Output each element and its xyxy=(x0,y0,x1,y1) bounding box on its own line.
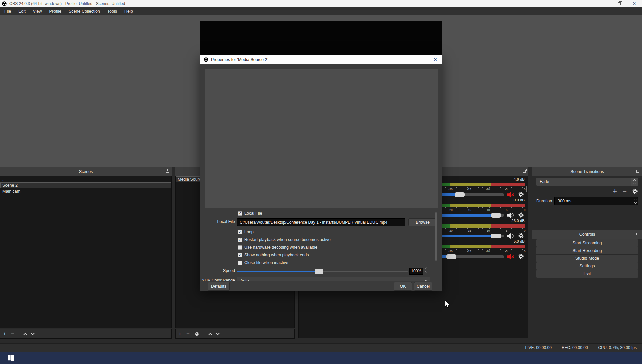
window-titlebar: OBS 24.0.3 (64-bit, windows) - Profile: … xyxy=(0,0,642,7)
popout-icon[interactable] xyxy=(636,233,639,235)
transitions-panel-header[interactable]: Scene Transitions xyxy=(532,167,642,176)
channel-settings-gear-icon[interactable] xyxy=(518,191,524,197)
checkbox-label: Show nothing when playback ends xyxy=(244,253,309,257)
move-source-down-button[interactable] xyxy=(216,332,219,336)
remove-transition-button[interactable]: − xyxy=(622,188,627,195)
local-file-path-input[interactable] xyxy=(237,218,405,226)
settings-button[interactable]: Settings xyxy=(536,262,638,270)
cpu-fps: CPU: 0.7%, 30.00 fps xyxy=(598,345,637,350)
channel-settings-gear-icon[interactable] xyxy=(518,253,524,259)
volume-slider-handle[interactable] xyxy=(491,213,501,218)
form-scrollbar[interactable] xyxy=(435,212,437,261)
duration-spinbox[interactable]: 300 ms xyxy=(554,197,638,205)
dialog-titlebar[interactable]: Properties for 'Media Source 2' × xyxy=(200,55,442,64)
source-properties-gear-icon[interactable] xyxy=(194,331,199,336)
checkmark-icon: ✓ xyxy=(238,230,241,234)
defaults-button[interactable]: Defaults xyxy=(208,282,230,291)
start-recording-button[interactable]: Start Recording xyxy=(536,247,638,254)
move-scene-up-button[interactable] xyxy=(24,332,27,336)
toolbar-separator xyxy=(204,331,204,337)
chevron-down-icon xyxy=(216,331,219,335)
menu-scene-collection[interactable]: Scene Collection xyxy=(65,7,104,15)
popout-icon[interactable] xyxy=(523,170,526,173)
mixer-scrollbar[interactable] xyxy=(526,186,527,192)
mute-button[interactable] xyxy=(507,253,515,260)
chevron-down-icon xyxy=(31,331,34,335)
close-icon: × xyxy=(434,56,437,63)
menu-view[interactable]: View xyxy=(29,7,46,15)
move-source-up-button[interactable] xyxy=(209,332,212,336)
scene-transitions-panel: Scene Transitions Fade + − Duration 300 … xyxy=(532,167,642,209)
dialog-title: Properties for 'Media Source 2' xyxy=(211,57,268,62)
yuv-select[interactable]: Auto xyxy=(237,277,430,281)
channel-settings-gear-icon[interactable] xyxy=(518,233,524,239)
channel-settings-gear-icon[interactable] xyxy=(518,212,524,218)
combo-spinner[interactable] xyxy=(631,178,638,186)
add-scene-button[interactable]: + xyxy=(3,331,6,337)
browse-button[interactable]: Browse xyxy=(408,218,437,226)
menu-file[interactable]: File xyxy=(1,7,15,15)
scene-item[interactable]: . xyxy=(0,176,171,182)
mute-button[interactable] xyxy=(507,212,515,219)
volume-slider-handle[interactable] xyxy=(446,254,456,259)
cancel-button[interactable]: Cancel xyxy=(414,282,432,291)
windows-start-button[interactable] xyxy=(4,352,17,364)
mute-button[interactable] xyxy=(507,191,515,198)
minimize-button[interactable] xyxy=(596,0,611,7)
remove-source-button[interactable]: − xyxy=(186,331,190,337)
move-scene-down-button[interactable] xyxy=(31,332,34,336)
checkbox-label: Use hardware decoding when available xyxy=(244,245,317,250)
menu-edit[interactable]: Edit xyxy=(15,7,29,15)
chevron-down-icon xyxy=(634,201,637,203)
checkmark-icon: ✓ xyxy=(238,253,241,257)
mute-button[interactable] xyxy=(507,233,515,239)
transition-properties-gear-icon[interactable] xyxy=(632,188,638,194)
ok-button[interactable]: OK xyxy=(394,282,412,291)
scene-item[interactable]: Scene 2 xyxy=(0,182,171,188)
dialog-close-button[interactable]: × xyxy=(429,55,442,64)
scenes-panel-header[interactable]: Scenes xyxy=(0,167,172,176)
add-source-button[interactable]: + xyxy=(178,331,182,337)
menu-tools[interactable]: Tools xyxy=(104,7,121,15)
volume-slider-handle[interactable] xyxy=(455,192,465,197)
add-transition-button[interactable]: + xyxy=(613,188,617,195)
speaker-icon xyxy=(507,212,515,219)
checkbox-label: Loop xyxy=(244,230,254,234)
popout-icon[interactable] xyxy=(166,170,169,173)
chevron-up-icon xyxy=(208,333,212,336)
hardware-decoding-checkbox[interactable]: ✓ xyxy=(238,245,242,250)
hardware-decoding-row: ✓ Use hardware decoding when available xyxy=(238,245,317,250)
menu-profile[interactable]: Profile xyxy=(46,7,65,15)
speed-value-spinbox[interactable]: 100% xyxy=(409,268,423,275)
obs-app-icon xyxy=(2,1,7,6)
local-file-checkbox[interactable]: ✓ xyxy=(238,211,242,216)
restore-button[interactable] xyxy=(611,0,627,7)
yuv-label: YUV Color Range xyxy=(200,278,235,281)
checkbox-label: Local File xyxy=(244,211,262,216)
remove-scene-button[interactable]: − xyxy=(11,331,14,337)
start-streaming-button[interactable]: Start Streaming xyxy=(536,239,638,247)
speed-slider-handle[interactable] xyxy=(315,269,323,274)
scene-item[interactable]: Main cam xyxy=(0,188,171,194)
restart-playback-checkbox[interactable]: ✓ xyxy=(238,238,242,242)
speaker-muted-icon xyxy=(507,253,515,260)
menu-help[interactable]: Help xyxy=(121,7,137,15)
controls-panel-header[interactable]: Controls xyxy=(532,230,642,239)
scene-item-label: Main cam xyxy=(2,189,20,194)
speed-slider[interactable] xyxy=(237,271,408,272)
popout-icon[interactable] xyxy=(636,170,639,173)
speed-spinner[interactable] xyxy=(425,268,427,272)
show-nothing-checkbox[interactable]: ✓ xyxy=(238,253,242,257)
loop-checkbox[interactable]: ✓ xyxy=(238,230,242,234)
transition-selected-value: Fade xyxy=(540,179,549,184)
close-file-checkbox[interactable]: ✓ xyxy=(238,261,242,265)
close-button[interactable]: × xyxy=(627,0,642,7)
duration-spinner[interactable] xyxy=(635,199,636,203)
studio-mode-button[interactable]: Studio Mode xyxy=(536,255,638,262)
scenes-toolbar: + − xyxy=(0,329,172,339)
chevron-up-icon xyxy=(23,333,27,336)
exit-button[interactable]: Exit xyxy=(536,270,638,278)
transition-select[interactable]: Fade xyxy=(536,178,638,186)
db-level-label: 26.0 dB xyxy=(511,219,525,223)
volume-slider-handle[interactable] xyxy=(491,234,501,238)
